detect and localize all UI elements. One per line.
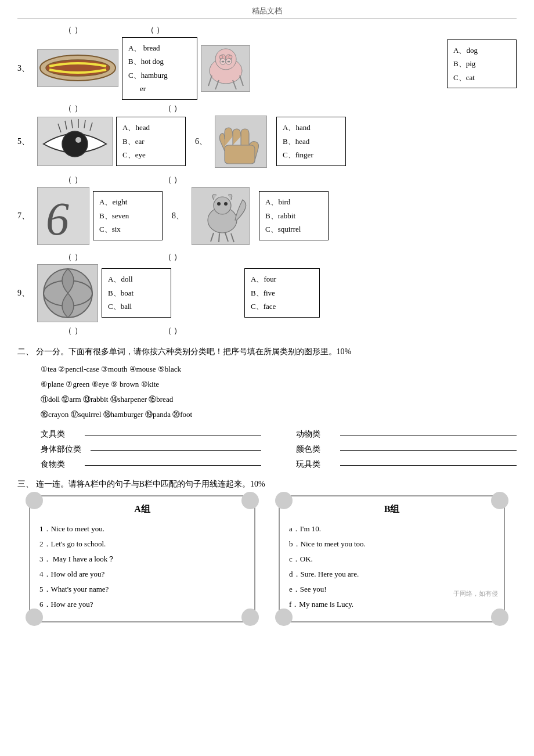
- img-hand: [215, 116, 267, 168]
- bracket-3: （ ）: [64, 25, 82, 35]
- cat-label-toy: 玩具类: [296, 459, 337, 470]
- header-title: 精品文档: [17, 6, 517, 19]
- svg-line-23: [90, 123, 92, 131]
- group-a-item-5: 5．What's your name?: [39, 582, 245, 597]
- category-body: 身体部位类: [41, 444, 261, 455]
- img-hotdog: [37, 49, 118, 87]
- scroll-tl-b: [275, 492, 293, 509]
- cat-line-stationery: [85, 435, 261, 435]
- bracket-3b: （ ）: [146, 25, 165, 35]
- group-a-item-2: 2．Let's go to school.: [39, 537, 245, 552]
- scroll-tl-a: [26, 492, 43, 509]
- group-a-item-1: 1．Nice to meet you.: [39, 521, 245, 537]
- group-a-item-3: 3． May I have a look？: [39, 552, 245, 567]
- q-num-8: 8、: [172, 211, 188, 221]
- bracket-9: （ ）: [64, 252, 82, 262]
- svg-rect-26: [225, 145, 255, 164]
- category-toy: 玩具类: [296, 459, 517, 470]
- scroll-br-b: [491, 609, 508, 626]
- bracket-bottom-left: （ ）: [64, 326, 82, 336]
- cat-label-animal: 动物类: [296, 429, 337, 440]
- svg-point-29: [214, 197, 231, 214]
- svg-line-35: [231, 233, 234, 242]
- bracket-10: （ ）: [164, 252, 182, 262]
- svg-point-13: [229, 55, 232, 59]
- category-animal: 动物类: [296, 429, 517, 440]
- svg-point-30: [217, 202, 221, 206]
- choice-box-dog: A、dog B、pig C、cat: [447, 39, 517, 88]
- word-row-4: ⑯crayon ⑰squirrel ⑱hamburger ⑲panda ⑳foo…: [41, 407, 517, 422]
- q-num-6: 6、: [195, 136, 211, 147]
- svg-point-9: [222, 61, 224, 63]
- bracket-6: （ ）: [164, 103, 182, 114]
- cat-label-body: 身体部位类: [41, 444, 87, 455]
- choice-box-10: A、four B、five C、face: [244, 268, 320, 317]
- svg-line-32: [211, 233, 214, 242]
- cat-line-color: [340, 450, 517, 451]
- scroll-br-a: [241, 609, 259, 626]
- word-row-1: ①tea ②pencil-case ③mouth ④mouse ⑤black: [41, 362, 517, 377]
- watermark: 于网络，如有侵: [453, 589, 498, 598]
- cat-line-animal: [340, 435, 517, 435]
- bracket-8: （ ）: [164, 175, 182, 185]
- choice-box-3: A、 bread B、hot dog C、hamburg er: [122, 37, 197, 100]
- svg-line-18: [58, 124, 61, 132]
- cat-label-food: 食物类: [41, 459, 81, 470]
- svg-point-12: [219, 55, 223, 59]
- group-a: A组 1．Nice to meet you. 2．Let's go to sch…: [29, 495, 255, 622]
- q-num-5: 5、: [17, 136, 34, 147]
- word-list: ①tea ②pencil-case ③mouth ④mouse ⑤black ⑥…: [17, 362, 517, 422]
- svg-point-25: [75, 137, 81, 143]
- cat-label-color: 颜色类: [296, 444, 337, 455]
- group-a-item-6: 6．How are you?: [39, 597, 245, 612]
- choice-box-5: A、head B、ear C、eye: [116, 117, 186, 165]
- group-b-item-d: d．Sure. Here you are.: [289, 567, 495, 582]
- section2: 二、 分一分。下面有很多单词，请你按六种类别分类吧！把序号填在所属类别的图形里。…: [17, 347, 517, 470]
- word-row-2: ⑥plane ⑦green ⑧eye ⑨ brown ⑩kite: [41, 377, 517, 392]
- category-grid: 文具类 动物类 身体部位类 颜色类 食物类 玩具类: [17, 429, 517, 470]
- group-b-item-a: a．I'm 10.: [289, 521, 495, 537]
- bracket-5: （ ）: [64, 103, 82, 114]
- group-b-item-c: c．OK.: [289, 552, 495, 567]
- img-pig: [201, 45, 250, 92]
- choice-box-8: A、bird B、rabbit C、squirrel: [259, 191, 329, 240]
- q-num-3: 3、: [17, 63, 34, 74]
- bracket-bottom-right: （ ）: [164, 326, 182, 336]
- svg-point-24: [62, 131, 88, 157]
- svg-line-17: [240, 75, 243, 86]
- group-b: B组 a．I'm 10. b．Nice to meet you too. c．O…: [279, 495, 505, 622]
- scroll-tr-a: [241, 492, 259, 509]
- svg-point-31: [224, 202, 228, 206]
- img-eye: [37, 117, 113, 166]
- section3: 三、 连一连。请将A栏中的句子与B栏中匹配的句子用线连起来。10% A组 1．N…: [17, 479, 517, 622]
- choice-box-7: A、eight B、seven C、six: [93, 191, 163, 240]
- group-b-item-f: f．My name is Lucy.: [289, 597, 495, 612]
- category-stationery: 文具类: [41, 429, 261, 440]
- svg-line-22: [84, 120, 85, 128]
- cat-line-body: [91, 450, 261, 451]
- img-ball: [37, 264, 98, 322]
- cat-line-food: [85, 465, 261, 466]
- group-a-item-4: 4．How old are you?: [39, 567, 245, 582]
- section2-title: 二、 分一分。下面有很多单词，请你按六种类别分类吧！把序号填在所属类别的图形里。…: [17, 347, 517, 357]
- word-row-3: ⑪doll ⑫arm ⑬rabbit ⑭sharpener ⑮bread: [41, 392, 517, 407]
- group-b-item-b: b．Nice to meet you too.: [289, 537, 495, 552]
- category-food: 食物类: [41, 459, 261, 470]
- svg-line-14: [208, 75, 212, 86]
- choice-box-6: A、hand B、head C、finger: [276, 117, 346, 165]
- choice-box-9: A、doll B、boat C、ball: [102, 268, 171, 317]
- svg-point-11: [228, 61, 230, 63]
- q-num-7: 7、: [17, 211, 34, 221]
- group-a-title: A组: [39, 503, 245, 516]
- group-b-title: B组: [289, 503, 495, 516]
- scroll-tr-b: [491, 492, 508, 509]
- section3-title: 三、 连一连。请将A栏中的句子与B栏中匹配的句子用线连起来。10%: [17, 479, 517, 489]
- cat-label-stationery: 文具类: [41, 429, 81, 440]
- svg-text:6: 6: [46, 193, 69, 243]
- match-area: A组 1．Nice to meet you. 2．Let's go to sch…: [17, 495, 517, 622]
- bracket-7: （ ）: [64, 175, 82, 185]
- cat-line-toy: [340, 465, 517, 466]
- img-six: 6: [37, 187, 89, 245]
- q-num-9: 9、: [17, 288, 34, 298]
- scroll-bl-a: [26, 609, 43, 626]
